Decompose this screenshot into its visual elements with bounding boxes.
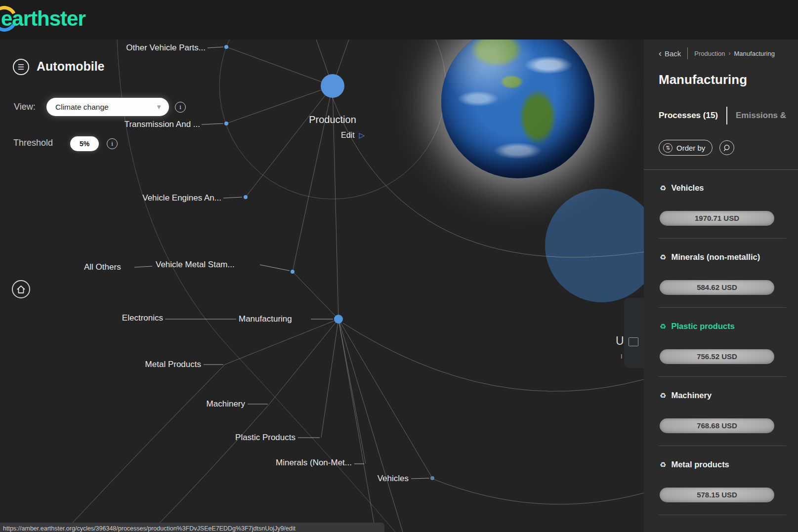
popup-checkbox[interactable] <box>629 337 638 346</box>
node-label-all-others[interactable]: All Others <box>84 262 121 272</box>
node-label-vehicle-metal-stamping[interactable]: Vehicle Metal Stam... <box>156 260 235 270</box>
chevron-down-icon: ▼ <box>156 103 162 111</box>
process-name: Plastic products <box>671 322 734 331</box>
breadcrumb-divider <box>687 47 688 59</box>
process-name: Machinery <box>671 391 712 400</box>
sort-arrows-icon: ⇅ <box>663 143 672 153</box>
breadcrumb-separator-icon: › <box>729 50 731 57</box>
breadcrumb: ‹ Back Production › Manufacturing <box>659 47 775 59</box>
threshold-label: Threshold <box>13 138 53 148</box>
list-controls: ⇅ Order by <box>659 140 734 156</box>
sidebar-tabs: Processes (15) Emissions & <box>659 107 786 124</box>
details-sidebar: ‹ Back Production › Manufacturing Manufa… <box>644 40 798 532</box>
edit-label: Edit <box>341 131 355 140</box>
process-value-pill: 578.15 USD <box>660 488 774 502</box>
node-label-electronics[interactable]: Electronics <box>105 313 163 323</box>
recycle-icon: ♻ <box>660 392 666 399</box>
recycle-icon: ♻ <box>660 184 666 192</box>
process-row-metal-products[interactable]: ♻ Metal products 578.15 USD <box>659 446 787 515</box>
hamburger-menu-button[interactable]: ☰ <box>13 59 29 75</box>
view-info-icon[interactable]: i <box>175 102 186 113</box>
back-button[interactable]: Back <box>665 49 681 58</box>
edit-production-link[interactable]: Edit ▷ <box>341 131 365 140</box>
search-icon <box>723 144 731 152</box>
node-popup-partial <box>624 298 644 368</box>
page-title: Automobile <box>37 59 105 74</box>
manufacturing-node[interactable] <box>334 315 343 324</box>
process-row-minerals[interactable]: ♻ Minerals (non-metallic) 584.62 USD <box>659 239 787 308</box>
node-label-transmission[interactable]: Transmission And ... <box>83 120 200 129</box>
node-label-minerals[interactable]: Minerals (Non-Met... <box>249 458 352 468</box>
process-row-plastic-products[interactable]: ♻ Plastic products 756.52 USD <box>659 308 787 377</box>
app-root: Other Vehicle Parts... Transmission And … <box>0 0 798 532</box>
recycle-icon: ♻ <box>660 461 666 468</box>
recycle-icon: ♻ <box>660 253 666 261</box>
row-divider <box>659 515 786 515</box>
process-value-pill: 756.52 USD <box>660 349 774 364</box>
view-dropdown[interactable]: Climate change ▼ <box>46 98 169 116</box>
threshold-info-icon[interactable]: i <box>107 138 118 149</box>
process-name: Metal products <box>671 460 729 469</box>
graph-canvas: Other Vehicle Parts... Transmission And … <box>0 0 644 532</box>
vehicle-engines-node[interactable] <box>244 195 248 199</box>
order-by-button[interactable]: ⇅ Order by <box>659 140 713 156</box>
process-row-vehicles[interactable]: ♻ Vehicles 1970.71 USD <box>659 169 787 239</box>
view-dropdown-value: Climate change <box>55 103 109 112</box>
node-label-manufacturing[interactable]: Manufacturing <box>239 314 292 324</box>
process-name: Minerals (non-metallic) <box>671 252 760 262</box>
process-name: Vehicles <box>671 183 704 193</box>
transmission-node[interactable] <box>224 122 228 125</box>
top-header: earthster <box>0 0 798 40</box>
node-label-plastic-products[interactable]: Plastic Products <box>214 433 295 443</box>
node-label-vehicle-engines[interactable]: Vehicle Engines An... <box>98 193 221 203</box>
node-label-other-vehicle-parts[interactable]: Other Vehicle Parts... <box>89 43 206 53</box>
back-chevron-icon: ‹ <box>659 48 662 59</box>
other-vehicle-parts-node[interactable] <box>224 45 228 49</box>
vehicle-metal-stamping-node[interactable] <box>291 270 294 274</box>
status-url-bar: https://amber.earthster.org/cycles/39634… <box>0 523 384 532</box>
use-node-partial-label-2: I <box>621 353 623 360</box>
tab-emissions[interactable]: Emissions & <box>736 111 786 121</box>
use-node-partial-label: U <box>616 334 624 348</box>
node-label-machinery[interactable]: Machinery <box>192 399 245 409</box>
home-icon <box>16 285 26 294</box>
app-logo[interactable]: earthster <box>1 7 85 31</box>
status-url-text: https://amber.earthster.org/cycles/39634… <box>0 523 384 532</box>
node-label-metal-products[interactable]: Metal Products <box>126 360 201 369</box>
home-button[interactable] <box>12 280 30 298</box>
process-value-pill: 1970.71 USD <box>660 211 774 226</box>
breadcrumb-parent[interactable]: Production <box>694 50 725 57</box>
earth-image <box>441 25 594 178</box>
sidebar-title: Manufacturing <box>659 72 747 87</box>
search-button[interactable] <box>719 140 734 155</box>
process-row-machinery[interactable]: ♻ Machinery 768.68 USD <box>659 377 787 446</box>
view-label: View: <box>14 102 36 112</box>
node-label-vehicles[interactable]: Vehicles <box>365 474 409 484</box>
node-label-production[interactable]: Production <box>296 114 369 125</box>
play-triangle-icon: ▷ <box>359 131 365 140</box>
order-by-label: Order by <box>676 144 705 152</box>
breadcrumb-current[interactable]: Manufacturing <box>734 50 775 57</box>
tab-divider <box>726 107 727 124</box>
threshold-value-pill[interactable]: 5% <box>70 136 99 151</box>
recycle-icon: ♻ <box>660 323 666 330</box>
process-value-pill: 768.68 USD <box>660 418 774 433</box>
process-value-pill: 584.62 USD <box>660 280 774 295</box>
tab-processes[interactable]: Processes (15) <box>659 111 718 121</box>
vehicles-node[interactable] <box>430 476 434 480</box>
production-node[interactable] <box>321 74 344 98</box>
hamburger-icon: ☰ <box>18 63 24 71</box>
